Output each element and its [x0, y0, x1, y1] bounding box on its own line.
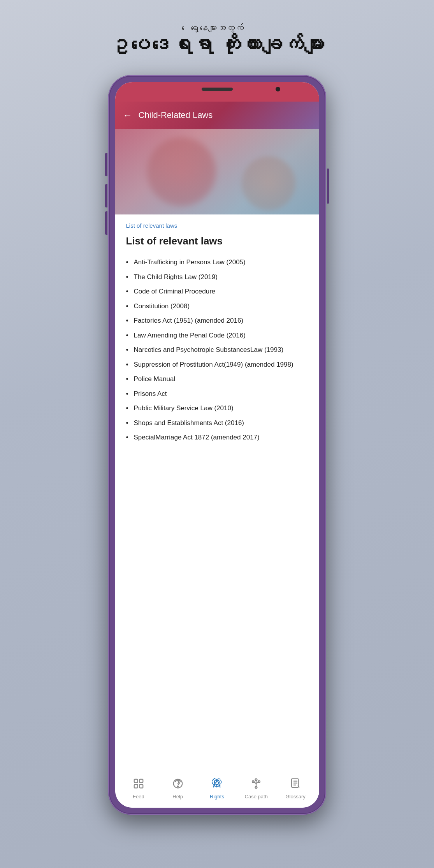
phone-inner: ← Child-Related Laws List of relevant la… — [115, 82, 319, 808]
law-list-item[interactable]: Factories Act (1951) (amended 2016) — [126, 313, 308, 328]
breadcrumb-link[interactable]: List — [126, 222, 135, 229]
header-title: ဥပဒေရေးရာ ကိုးကားချက်များ — [109, 33, 325, 56]
svg-rect-2 — [134, 784, 138, 788]
law-list-item[interactable]: Code of Criminal Procedure — [126, 284, 308, 299]
svg-rect-3 — [139, 784, 143, 788]
help-icon — [172, 778, 184, 792]
nav-item-help[interactable]: Help — [162, 778, 193, 799]
law-list-item[interactable]: Anti-Trafficking in Persons Law (2005) — [126, 255, 308, 270]
bottom-nav: FeedHelpRightsCase pathGlossary — [115, 769, 319, 808]
list-heading: List of relevant laws — [126, 235, 308, 247]
nav-item-glossary[interactable]: Glossary — [280, 778, 311, 799]
header-subtitle: ရေ့နေမျေားအတွက် — [109, 23, 325, 33]
law-list-item[interactable]: Law Amending the Penal Code (2016) — [126, 328, 308, 343]
speaker-notch — [202, 88, 233, 91]
nav-label-glossary: Glossary — [285, 794, 305, 799]
nav-label-rights: Rights — [210, 794, 224, 799]
content-area: List of relevant laws List of relevant l… — [115, 214, 319, 769]
hero-blur-bg — [115, 129, 319, 214]
phone-frame: ← Child-Related Laws List of relevant la… — [108, 75, 326, 815]
app-bar-title: Child-Related Laws — [139, 110, 213, 120]
feed-icon — [133, 778, 144, 792]
svg-rect-0 — [134, 779, 138, 782]
law-list-item[interactable]: Suppression of Prostitution Act(1949) (a… — [126, 357, 308, 372]
law-list-item[interactable]: The Child Rights Law (2019) — [126, 270, 308, 285]
law-list-item[interactable]: SpecialMarriage Act 1872 (amended 2017) — [126, 430, 308, 445]
back-button[interactable]: ← — [123, 110, 132, 121]
rights-icon — [211, 778, 223, 792]
nav-item-feed[interactable]: Feed — [123, 778, 154, 799]
breadcrumb: List of relevant laws — [126, 222, 308, 229]
nav-item-casepath[interactable]: Case path — [241, 778, 272, 799]
status-bar — [115, 82, 319, 102]
law-list-item[interactable]: Public Military Service Law (2010) — [126, 401, 308, 416]
nav-label-help: Help — [172, 794, 183, 799]
camera-dot — [276, 87, 280, 91]
law-list-item[interactable]: Narcotics and Psychotropic SubstancesLaw… — [126, 343, 308, 357]
law-list-item[interactable]: Police Manual — [126, 372, 308, 387]
nav-item-rights[interactable]: Rights — [201, 778, 232, 799]
nav-label-feed: Feed — [133, 794, 144, 799]
hero-image — [115, 129, 319, 214]
law-list: Anti-Trafficking in Persons Law (2005)Th… — [126, 255, 308, 445]
app-bar: ← Child-Related Laws — [115, 102, 319, 129]
law-list-item[interactable]: Constitution (2008) — [126, 299, 308, 314]
glossary-icon — [290, 778, 301, 792]
law-list-item[interactable]: Shops and Establishments Act (2016) — [126, 416, 308, 430]
casepath-icon — [250, 778, 262, 792]
page-header: ရေ့နေမျေားအတွက် ဥပဒေရေးရာ ကိုးကားချက်မျာ… — [109, 23, 325, 56]
svg-rect-1 — [139, 779, 143, 782]
svg-point-5 — [177, 786, 178, 787]
breadcrumb-current: of relevant laws — [137, 222, 177, 229]
law-list-item[interactable]: Prisons Act — [126, 387, 308, 401]
nav-label-casepath: Case path — [245, 794, 268, 799]
